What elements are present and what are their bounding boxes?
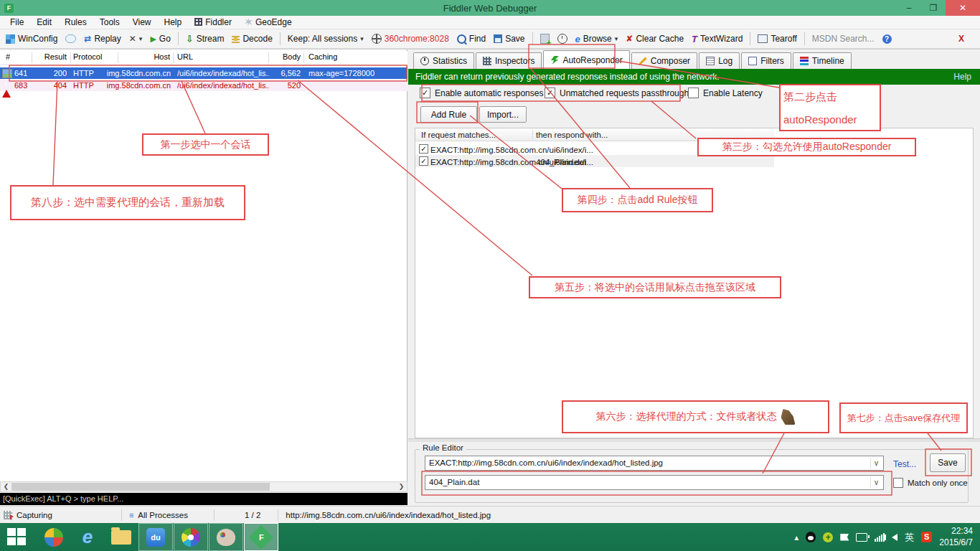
col-host[interactable]: Host [118,51,170,62]
annotation-step2: 第二步点击 autoResponder [779,84,881,131]
capturing-label[interactable]: Capturing [17,511,52,519]
find-icon [457,34,466,44]
enable-responses-checkbox[interactable]: ✓ Enable automatic responses [420,88,543,98]
tray-qq-icon[interactable] [806,532,816,542]
taskbar-paint-icon[interactable] [209,523,243,551]
taskbar-explorer-icon[interactable] [105,524,138,550]
enable-latency-checkbox[interactable]: Enable Latency [688,88,763,98]
menu-view[interactable]: View [127,17,157,28]
chevron-down-icon: ▾ [360,35,364,42]
ime-indicator[interactable]: 英 [905,531,914,544]
col-url[interactable]: URL [177,51,193,62]
remove-sessions-button[interactable]: ✕▾ [126,32,146,45]
minimize-button[interactable]: – [897,0,921,16]
tray-volume-icon[interactable] [892,534,897,541]
taskbar-clock[interactable]: 22:34 2015/6/7 [939,526,973,548]
taskbar-ie-icon[interactable]: e [71,524,104,550]
col-result[interactable]: Result [32,51,67,62]
col-if-matches[interactable]: If request matches... [421,129,496,141]
chevron-down-icon[interactable]: v [870,458,882,468]
col-num[interactable]: # [6,51,10,62]
menu-tools[interactable]: Tools [94,17,126,28]
close-toolbar-button[interactable]: X [956,32,967,45]
tray-sogou-icon[interactable]: S [921,532,932,542]
timer-button[interactable] [555,32,570,45]
taskbar-360chrome-icon[interactable] [174,523,208,551]
menu-rules[interactable]: Rules [59,17,93,28]
rule-save-button[interactable]: Save [930,453,966,472]
tab-log[interactable]: Log [699,52,740,69]
taskbar-360safe-icon[interactable] [37,524,70,550]
menu-fiddler[interactable]: Fiddler [189,17,237,28]
restore-button[interactable]: ❐ [921,0,946,16]
any-process-picker[interactable]: 360chrome:8028 [369,32,452,45]
tab-autoresponder[interactable]: AutoResponder [543,50,629,69]
comment-button[interactable] [62,33,79,44]
checkbox-unchecked-icon[interactable] [688,88,699,98]
menu-edit[interactable]: Edit [31,17,57,28]
test-link[interactable]: Test... [893,459,916,469]
start-button[interactable] [7,528,27,547]
help-link[interactable]: Help [953,69,971,85]
clear-cache-button[interactable]: ✘Clear Cache [623,32,687,45]
stream-button[interactable]: ⇩Stream [183,32,227,46]
capturing-icon[interactable] [4,511,12,519]
session-list-header[interactable]: # Result Protocol Host URL Body Caching [0,51,407,65]
checkbox-checked-icon[interactable]: ✓ [419,156,428,166]
checkbox-checked-icon[interactable]: ✓ [545,88,555,98]
replay-button[interactable]: ⇄Replay [81,32,123,45]
splitter[interactable] [408,438,980,442]
tab-inspectors[interactable]: Inspectors [476,52,542,69]
col-body[interactable]: Body [269,51,301,62]
menu-file[interactable]: File [4,17,29,28]
match-only-once-checkbox[interactable]: Match only once [893,478,968,488]
rule-match-combobox[interactable]: EXACT:http://img.58cdn.com.cn/ui6/index/… [425,456,884,471]
tray-action-center-icon[interactable] [840,534,849,541]
go-button[interactable]: ▶Go [147,32,173,45]
import-button[interactable]: Import... [479,106,527,123]
session-row-error[interactable]: 683 404 HTTP img.58cdn.com.cn /ui6/index… [0,80,407,91]
add-rule-button[interactable]: Add Rule [420,106,477,123]
col-protocol[interactable]: Protocol [73,51,102,62]
screenshot-button[interactable] [537,32,552,45]
taskbar-baidu-music-icon[interactable]: du [138,523,173,551]
col-caching[interactable]: Caching [308,51,337,62]
menu-geoedge[interactable]: GeoEdge [239,17,298,28]
process-filter-label[interactable]: All Processes [138,511,188,519]
tray-battery-icon[interactable] [856,533,867,542]
scroll-left-icon[interactable]: ❮ [1,482,11,491]
tab-composer[interactable]: Composer [631,52,697,69]
taskbar-fiddler-icon[interactable]: F [244,523,278,551]
tearoff-button[interactable]: Tearoff [755,32,799,45]
tray-expand-icon[interactable]: ▴ [794,532,798,542]
horizontal-scrollbar[interactable]: ❮ ❯ [0,481,407,492]
rule-respond-combobox[interactable]: 404_Plain.dat v [425,475,884,490]
checkbox-unchecked-icon[interactable] [893,478,903,488]
quickexec-box[interactable]: [QuickExec] ALT+Q > type HELP... [0,493,407,505]
checkbox-checked-icon[interactable]: ✓ [420,88,430,98]
scrollbar-thumb[interactable] [11,483,270,491]
unmatched-passthrough-checkbox[interactable]: ✓ Unmatched requests passthrough [545,88,689,98]
decode-button[interactable]: Decode [229,32,275,45]
chevron-down-icon[interactable]: v [870,477,882,488]
msdn-search-box[interactable]: MSDN Search... [809,32,877,45]
tab-timeline[interactable]: Timeline [793,52,852,69]
browse-button[interactable]: eBrowse▾ [573,32,621,46]
checkbox-checked-icon[interactable]: ✓ [419,144,428,154]
tab-filters[interactable]: Filters [741,52,791,69]
horse-image [781,409,796,425]
tray-360-icon[interactable]: + [823,532,833,542]
close-button[interactable]: ✕ [946,0,980,16]
menu-help[interactable]: Help [159,17,188,28]
session-row-selected[interactable]: 641 200 HTTP img.58cdn.com.cn /ui6/index… [0,67,407,79]
tab-statistics[interactable]: Statistics [413,52,474,69]
winconfig-button[interactable]: WinConfig [3,32,60,45]
find-button[interactable]: Find [454,32,489,45]
online-help-button[interactable]: ? [880,33,895,45]
keep-sessions-dropdown[interactable]: Keep: All sessions▾ [285,32,367,45]
rule-row[interactable]: ✓ EXACT:http://img.58cdn.com.cn/ui6/inde… [415,155,774,167]
scroll-right-icon[interactable]: ❯ [396,482,407,491]
textwizard-button[interactable]: TTextWizard [689,32,745,46]
save-sessions-button[interactable]: Save [491,32,527,45]
col-respond-with[interactable]: then respond with... [536,129,608,141]
